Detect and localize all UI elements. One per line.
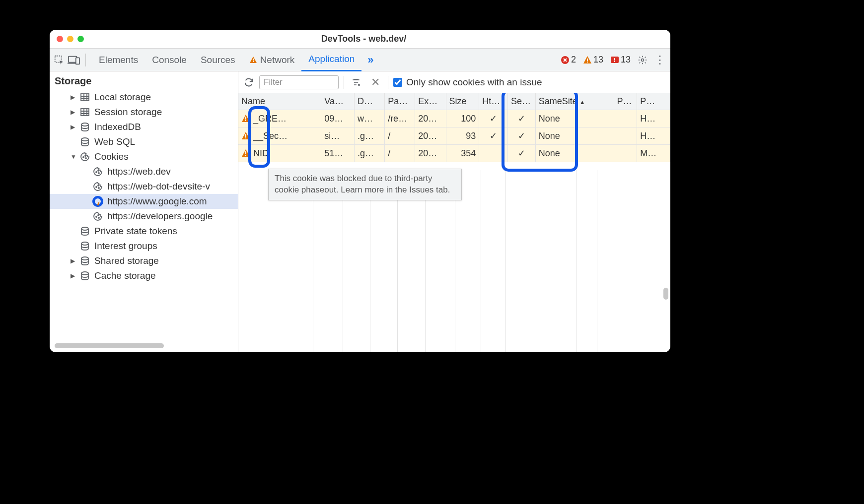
cell-path: / bbox=[385, 145, 415, 162]
svg-rect-12 bbox=[81, 94, 89, 101]
tab-elements[interactable]: Elements bbox=[92, 49, 145, 71]
svg-rect-13 bbox=[81, 109, 89, 116]
svg-rect-37 bbox=[245, 137, 246, 138]
error-count[interactable]: 2 bbox=[561, 55, 576, 65]
twisty-icon[interactable]: ▶ bbox=[71, 124, 75, 130]
col-name[interactable]: Name bbox=[238, 93, 321, 110]
twisty-icon[interactable]: ▶ bbox=[71, 272, 75, 279]
table-row[interactable]: __Sec…si….g…/20…93✓✓NoneH… bbox=[238, 127, 670, 145]
sidebar-item-label: Session storage bbox=[94, 107, 162, 118]
only-issues-checkbox[interactable]: Only show cookies with an issue bbox=[393, 77, 542, 88]
cell-expires: 20… bbox=[415, 110, 446, 127]
db-icon bbox=[79, 122, 90, 132]
warning-icon bbox=[241, 114, 250, 123]
more-tabs-button[interactable]: » bbox=[361, 54, 379, 66]
cell-samesite: None bbox=[535, 145, 614, 162]
table-row[interactable]: NID51….g…/20…354✓NoneM… bbox=[238, 145, 670, 162]
filter-input[interactable] bbox=[259, 75, 339, 89]
svg-point-23 bbox=[98, 188, 99, 189]
cell-path: / bbox=[385, 127, 415, 145]
svg-rect-36 bbox=[245, 134, 246, 137]
tab-strip: ElementsConsoleSourcesNetworkApplication… bbox=[50, 49, 670, 71]
cell-http: ✓ bbox=[479, 110, 508, 127]
sidebar-item[interactable]: Interest groups bbox=[50, 239, 238, 253]
cell-name: NID bbox=[238, 145, 321, 162]
col-expires[interactable]: Ex… bbox=[415, 93, 446, 110]
tab-sources[interactable]: Sources bbox=[194, 49, 242, 71]
col-priority[interactable]: P… bbox=[637, 93, 670, 110]
cookies-table: NameVa…D…Pa…Ex…SizeHt…Se…SameSite▲P…P… _… bbox=[238, 93, 670, 352]
main-panel: ✕ Only show cookies with an issue NameVa… bbox=[238, 71, 670, 352]
cell-http bbox=[479, 145, 508, 162]
sidebar-horizontal-scrollbar[interactable] bbox=[55, 343, 164, 348]
sidebar-item[interactable]: ▼Cookies bbox=[50, 149, 238, 164]
svg-rect-9 bbox=[614, 58, 615, 61]
col-path[interactable]: Pa… bbox=[385, 93, 415, 110]
cell-name: __Sec… bbox=[238, 127, 321, 145]
col-secure[interactable]: Se… bbox=[508, 93, 536, 110]
sidebar-item[interactable]: ▶Cache storage bbox=[50, 268, 238, 283]
db-icon bbox=[79, 226, 90, 237]
cell-size: 354 bbox=[446, 145, 479, 162]
col-http[interactable]: Ht… bbox=[479, 93, 508, 110]
sidebar-item[interactable]: ▶Local storage bbox=[50, 90, 238, 105]
sidebar-item[interactable]: Web SQL bbox=[50, 134, 238, 149]
sidebar-item-label: IndexedDB bbox=[94, 122, 141, 132]
twisty-icon[interactable]: ▼ bbox=[71, 153, 75, 160]
devtools-window: DevTools - web.dev/ ElementsConsoleSourc… bbox=[50, 30, 670, 352]
tab-network[interactable]: Network bbox=[242, 49, 302, 71]
settings-icon[interactable] bbox=[638, 55, 648, 65]
svg-rect-3 bbox=[253, 59, 254, 61]
cell-http: ✓ bbox=[479, 127, 508, 145]
sidebar-item-label: https://web.dev bbox=[107, 166, 171, 177]
svg-point-28 bbox=[98, 217, 99, 218]
kebab-menu-icon[interactable]: ⋮ bbox=[654, 54, 665, 66]
table-row[interactable]: _GRE…09…w…/re…20…100✓✓NoneH… bbox=[238, 110, 670, 127]
error-icon bbox=[561, 56, 570, 64]
warning-count[interactable]: 13 bbox=[583, 55, 603, 65]
col-size[interactable]: Size bbox=[446, 93, 479, 110]
grid-icon bbox=[79, 107, 90, 118]
col-partition[interactable]: P… bbox=[614, 93, 637, 110]
col-domain[interactable]: D… bbox=[354, 93, 384, 110]
twisty-icon[interactable]: ▶ bbox=[71, 257, 75, 264]
sidebar-item-label: Private state tokens bbox=[94, 226, 177, 237]
sidebar-item[interactable]: https://web.dev bbox=[50, 164, 238, 179]
sidebar-item[interactable]: ▶IndexedDB bbox=[50, 120, 238, 134]
close-window-icon[interactable] bbox=[57, 36, 63, 42]
cookie-icon bbox=[92, 166, 103, 177]
warning-icon bbox=[241, 131, 250, 140]
cell-domain: .g… bbox=[354, 127, 384, 145]
clear-all-icon[interactable]: ✕ bbox=[368, 76, 383, 89]
sidebar-item[interactable]: Private state tokens bbox=[50, 224, 238, 239]
device-toggle-icon[interactable] bbox=[68, 55, 80, 65]
sidebar-item[interactable]: https://web-dot-devsite-v bbox=[50, 179, 238, 194]
sidebar-item[interactable]: ▶Session storage bbox=[50, 105, 238, 120]
db-icon bbox=[79, 136, 90, 147]
issues-count[interactable]: 13 bbox=[610, 55, 631, 65]
only-issues-label: Only show cookies with an issue bbox=[406, 77, 542, 88]
twisty-icon[interactable]: ▶ bbox=[71, 94, 75, 101]
sidebar-item[interactable]: https://developers.google bbox=[50, 209, 238, 224]
svg-point-31 bbox=[81, 242, 88, 245]
cell-size: 100 bbox=[446, 110, 479, 127]
svg-point-16 bbox=[83, 157, 84, 158]
svg-rect-6 bbox=[587, 59, 588, 61]
svg-rect-4 bbox=[253, 61, 254, 62]
svg-point-19 bbox=[96, 172, 97, 173]
sidebar-item[interactable]: https://www.google.com bbox=[50, 194, 238, 209]
cell-priority: H… bbox=[637, 127, 670, 145]
cookie-icon bbox=[92, 181, 103, 192]
cell-value: si… bbox=[321, 127, 355, 145]
clear-filter-icon[interactable] bbox=[349, 77, 363, 87]
twisty-icon[interactable]: ▶ bbox=[71, 109, 75, 116]
col-samesite[interactable]: SameSite▲ bbox=[535, 93, 614, 110]
col-value[interactable]: Va… bbox=[321, 93, 355, 110]
main-vertical-scrollbar[interactable] bbox=[663, 288, 668, 300]
warning-icon bbox=[583, 56, 592, 64]
tab-console[interactable]: Console bbox=[145, 49, 194, 71]
tab-application[interactable]: Application bbox=[301, 49, 361, 71]
sidebar-item[interactable]: ▶Shared storage bbox=[50, 253, 238, 268]
refresh-button[interactable] bbox=[243, 77, 254, 88]
inspect-icon[interactable] bbox=[54, 55, 65, 65]
